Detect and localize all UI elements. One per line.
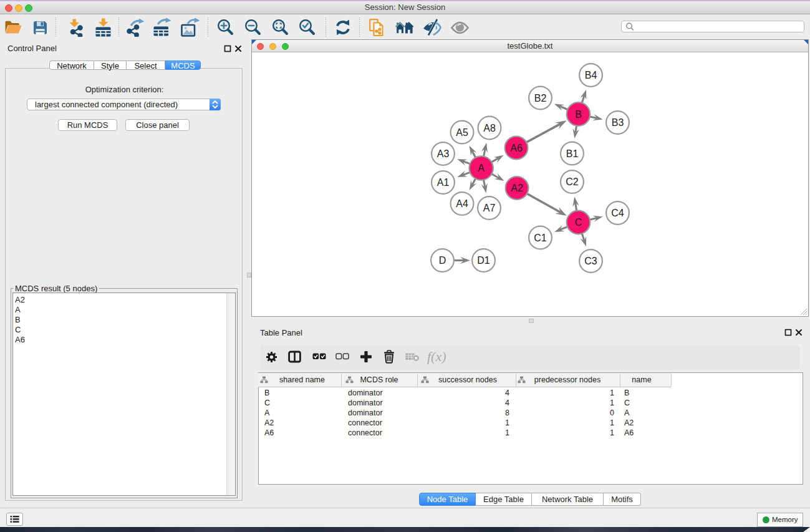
svg-text:B2: B2 <box>534 93 547 104</box>
svg-text:A4: A4 <box>456 198 468 209</box>
svg-text:A5: A5 <box>456 127 468 138</box>
svg-text:C: C <box>575 217 582 228</box>
svg-text:A7: A7 <box>483 203 496 213</box>
svg-text:D: D <box>439 255 446 266</box>
svg-text:A8: A8 <box>483 123 496 133</box>
svg-text:C2: C2 <box>566 177 579 187</box>
svg-text:B1: B1 <box>566 148 579 159</box>
svg-text:B: B <box>575 109 582 120</box>
svg-text:A6: A6 <box>510 143 523 153</box>
svg-text:C1: C1 <box>534 233 547 243</box>
svg-text:A2: A2 <box>511 183 523 193</box>
svg-text:D1: D1 <box>477 255 490 266</box>
svg-text:C4: C4 <box>611 208 624 218</box>
svg-text:A: A <box>478 163 485 173</box>
svg-text:B4: B4 <box>585 70 597 80</box>
svg-text:A1: A1 <box>437 177 450 188</box>
svg-text:C3: C3 <box>584 256 597 266</box>
svg-text:B3: B3 <box>612 117 624 128</box>
svg-text:A3: A3 <box>437 148 450 159</box>
